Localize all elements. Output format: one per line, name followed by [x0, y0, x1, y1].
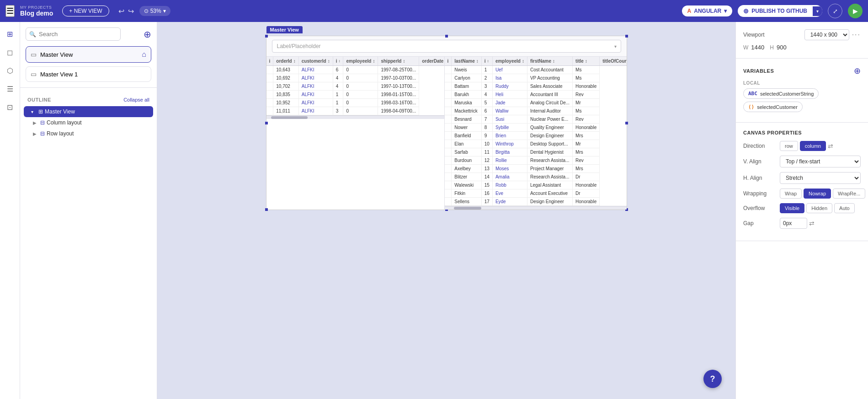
label-placeholder-select[interactable]: Label/Placeholder	[272, 40, 621, 53]
table-row[interactable]: 10,692ALFKI401997-10-03T00...	[266, 74, 445, 82]
share-button[interactable]: ⤢	[828, 4, 842, 18]
add-view-button[interactable]: ⊕	[144, 29, 151, 40]
halign-select[interactable]: Stretch	[780, 172, 861, 184]
th-lastName[interactable]: lastName ↕	[452, 57, 481, 66]
overflow-hidden-button[interactable]: Hidden	[806, 203, 832, 213]
th-firstName[interactable]: firstName ↕	[527, 57, 572, 66]
canvas-area[interactable]: Master View Label/Placeholder ▾	[157, 22, 735, 399]
cell-rownum	[445, 82, 452, 91]
th-shipperId[interactable]: shipperId ↕	[378, 57, 419, 66]
valign-select[interactable]: Top / flex-start	[780, 156, 861, 167]
table-row[interactable]: Besnard7SusiNuclear Power E...Rev	[445, 115, 627, 124]
add-variable-button[interactable]: ⊕	[854, 66, 861, 76]
table-row[interactable]: Sarfab11BirgittaDental HygienistMrs	[445, 148, 627, 156]
cell-rownum	[445, 189, 452, 198]
undo-button[interactable]: ↩	[118, 7, 124, 16]
table-row[interactable]: 10,952ALFKI101998-03-16T00...	[266, 99, 445, 107]
th-employeeId-1[interactable]: i ↕	[333, 57, 343, 66]
table-row[interactable]: 10,643ALFKI601997-08-25T00...	[266, 66, 445, 74]
tree-item-row-layout[interactable]: ▶ ⊟ Row layout	[20, 128, 157, 139]
tree-item-column-layout[interactable]: ▶ ⊟ Column layout	[20, 117, 157, 128]
publish-button[interactable]: ⊚ PUBLISH TO GITHUB	[738, 5, 813, 17]
wrap-button[interactable]: Wrap	[780, 189, 802, 199]
overflow-auto-button[interactable]: Auto	[834, 203, 855, 213]
table-row[interactable]: Nower8SybilleQuality EngineerHonorable	[445, 124, 627, 132]
redo-button[interactable]: ↪	[128, 7, 134, 16]
table2-scrollbar[interactable]	[445, 206, 627, 210]
table1: i orderId ↕ customerId ↕ i ↕ employeeId …	[266, 57, 445, 115]
new-view-button[interactable]: + NEW VIEW	[62, 5, 109, 16]
direction-row-button[interactable]: row	[780, 141, 798, 151]
table-cell: Walewski	[452, 181, 481, 189]
table-row[interactable]: Battam3RuddySales AssociateHonorable	[445, 82, 627, 91]
table-cell: 6	[481, 107, 492, 115]
hamburger-button[interactable]: ☰	[5, 5, 15, 17]
width-item: W 1440	[743, 44, 764, 51]
direction-swap-button[interactable]: ⇄	[828, 142, 833, 150]
help-fab[interactable]: ?	[703, 370, 722, 388]
table-row[interactable]: Axelbey13MosesProject ManagerMrs	[445, 165, 627, 173]
th-titleOfCourt[interactable]: titleOfCourt... ↕	[600, 57, 627, 66]
sidebar-icon-settings[interactable]: ⊡	[2, 99, 18, 115]
local-var-label: Local	[743, 81, 861, 86]
table1-scrollbar[interactable]	[266, 115, 444, 119]
table-row[interactable]: 10,702ALFKI401997-10-13T00...	[266, 82, 445, 91]
table-cell: 8	[481, 124, 492, 132]
th-employeeId-t2[interactable]: i ↕	[481, 57, 492, 66]
angular-button[interactable]: A ANGULAR ▾	[682, 5, 733, 16]
tree-item-master-view[interactable]: ▾ ⊞ Master View	[24, 106, 153, 117]
table-row[interactable]: Mackettrick6WalliwInternal AuditorMs	[445, 107, 627, 115]
play-button[interactable]: ▶	[848, 4, 863, 18]
resize-handle-tc[interactable]	[445, 35, 448, 38]
table-row[interactable]: Barukh4HeliAccountant IIIRev	[445, 91, 627, 99]
table-cell: Internal Auditor	[527, 107, 572, 115]
collapse-all-button[interactable]: Collapse all	[123, 97, 149, 102]
table-row[interactable]: Walewski15RobbLegal AssistantHonorable	[445, 181, 627, 189]
table-row[interactable]: Elan10WinthropDesktop Support...Mr	[445, 140, 627, 148]
table-row[interactable]: Nweis1UefCost AccountantMs	[445, 66, 627, 74]
th-customerId[interactable]: customerId ↕	[298, 57, 333, 66]
resize-handle-tl[interactable]	[265, 35, 268, 38]
view-item-master[interactable]: ▭ Master View ⌂	[26, 46, 151, 63]
th-orderId[interactable]: orderId ↕	[273, 57, 298, 66]
viewport-select[interactable]: 1440 x 900	[804, 29, 849, 40]
var-badge-object[interactable]: ⟨⟩ selectedCustomer	[743, 102, 803, 112]
direction-column-button[interactable]: column	[800, 141, 826, 151]
sidebar-icon-components[interactable]: ◻	[2, 44, 18, 60]
zoom-control[interactable]: ⊙ 53% ▾	[139, 6, 170, 16]
var-badge-string[interactable]: ABC selectedCustomerString	[743, 88, 819, 99]
table-row[interactable]: Sellens17EydeDesign EngineerHonorable	[445, 198, 627, 206]
table-row[interactable]: 11,011ALFKI301998-04-09T00...	[266, 107, 445, 115]
publish-dropdown-button[interactable]: ▾	[813, 6, 822, 16]
table-row[interactable]: 10,835ALFKI101998-01-15T00...	[266, 91, 445, 99]
table-row[interactable]: Fitkin16EveAccount ExecutiveDr	[445, 189, 627, 198]
table-row[interactable]: Banfield9BrienDesign EngineerMrs	[445, 132, 627, 140]
table-row[interactable]: Burdoun12RollieResearch Assista...Rev	[445, 156, 627, 165]
viewport-dots-button[interactable]: ···	[852, 31, 861, 39]
th-orderDate[interactable]: orderDate ↕	[419, 57, 445, 66]
resize-handle-tr[interactable]	[625, 35, 628, 38]
sidebar-icon-assets[interactable]: ⬡	[2, 62, 18, 79]
valign-label: V. Align	[743, 158, 780, 165]
cell-rownum	[445, 91, 452, 99]
search-icon: 🔍	[29, 31, 36, 38]
nowrap-button[interactable]: Nowrap	[804, 189, 831, 199]
viewport-label: Viewport	[743, 32, 764, 38]
th-title[interactable]: title ↕	[573, 57, 600, 66]
table-cell: 1997-08-25T00...	[378, 66, 419, 74]
wrapre-button[interactable]: WrapRe...	[833, 189, 865, 199]
gap-link-button[interactable]: ⇄	[809, 220, 815, 227]
var-name-object: selectedCustomer	[757, 104, 798, 110]
overflow-visible-button[interactable]: Visible	[780, 203, 804, 213]
direction-controls: row column ⇄	[780, 141, 861, 151]
th-employeeId-2[interactable]: employeeId ↕	[343, 57, 378, 66]
sidebar-icon-pages[interactable]: ⊞	[2, 26, 18, 42]
sidebar-icon-data[interactable]: ☰	[2, 81, 18, 97]
table-row[interactable]: Carlyon2IsaVP AccountingMs	[445, 74, 627, 82]
table-row[interactable]: Maruska5JadeAnalog Circuit De...Mr	[445, 99, 627, 107]
view-item-master1[interactable]: ▭ Master View 1	[26, 66, 151, 82]
table-row[interactable]: Blitzer14AmaliaResearch Assista...Dr	[445, 173, 627, 181]
th-employeeId-num[interactable]: employeeId ↕	[492, 57, 527, 66]
search-input[interactable]	[26, 27, 121, 41]
gap-input[interactable]	[780, 218, 807, 229]
